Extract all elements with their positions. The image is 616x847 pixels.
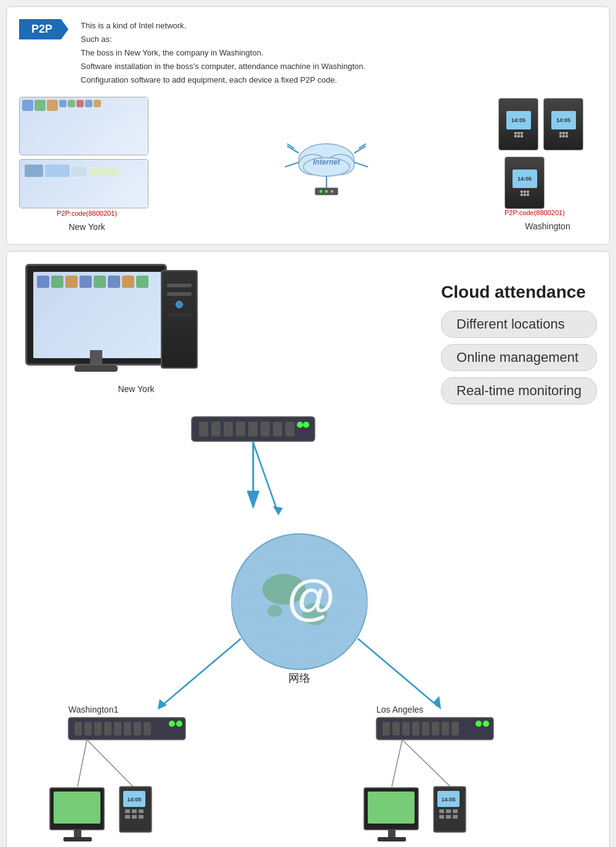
svg-rect-77 <box>442 722 449 735</box>
features-panel: Cloud attendance Different locations Onl… <box>441 264 597 404</box>
svg-line-55 <box>87 740 133 787</box>
screen-bottom <box>19 159 148 208</box>
feature-badge-2: Online management <box>441 344 597 371</box>
device-1: 14:05 <box>498 98 538 150</box>
k10 <box>559 135 562 137</box>
svg-rect-15 <box>199 422 208 436</box>
si3 <box>71 167 87 176</box>
svg-rect-20 <box>261 422 270 436</box>
network-diagram: @ 网络 Washington1 <box>19 404 597 847</box>
svg-rect-18 <box>236 422 245 436</box>
m6 <box>108 276 120 288</box>
k2 <box>517 132 520 134</box>
svg-rect-74 <box>412 722 419 735</box>
k13 <box>521 190 523 193</box>
svg-rect-67 <box>132 815 137 819</box>
svg-rect-92 <box>453 809 458 813</box>
svg-rect-58 <box>74 830 81 838</box>
m2 <box>51 276 63 288</box>
p2p-code-right: P2P:code(8800201) <box>505 209 565 216</box>
svg-rect-68 <box>139 815 144 819</box>
tower-drive-1 <box>167 284 192 287</box>
icon6 <box>76 100 84 107</box>
svg-line-6 <box>285 162 299 167</box>
svg-text:网络: 网络 <box>288 672 310 684</box>
svg-rect-84 <box>368 792 415 824</box>
svg-line-37 <box>253 443 278 512</box>
device-keypad-1 <box>514 132 523 137</box>
k1 <box>514 132 517 134</box>
k5 <box>517 135 520 137</box>
washington-label: Washington <box>525 221 570 231</box>
p2p-code-left: P2P:code(8800201) <box>19 210 155 217</box>
new-york-label: New York <box>68 222 105 232</box>
feature-badge-1: Different locations <box>441 311 597 338</box>
icon5 <box>68 100 75 107</box>
svg-line-8 <box>354 162 368 167</box>
svg-rect-91 <box>446 809 451 813</box>
svg-rect-65 <box>139 809 144 813</box>
svg-rect-76 <box>432 722 439 735</box>
monitor-stand <box>90 350 102 366</box>
svg-rect-51 <box>144 722 151 735</box>
screen-inner-top <box>20 97 148 155</box>
svg-rect-75 <box>422 722 429 735</box>
svg-rect-90 <box>439 809 444 813</box>
screen-inner-bottom <box>20 160 148 208</box>
device-screen-2: 14:05 <box>551 111 576 129</box>
computer-visual <box>25 264 210 384</box>
bottom-screen-wrapper: P2P:code(8800201) <box>19 159 155 217</box>
svg-point-24 <box>303 422 309 428</box>
svg-rect-93 <box>439 815 444 819</box>
svg-line-81 <box>392 740 402 787</box>
cloud-attendance-section: New York Cloud attendance Different loca… <box>6 251 610 847</box>
icon2 <box>34 100 46 111</box>
m3 <box>65 276 78 288</box>
svg-rect-64 <box>132 809 137 813</box>
tower-power-btn <box>176 301 183 308</box>
m4 <box>79 276 92 288</box>
svg-line-54 <box>78 740 87 787</box>
svg-point-11 <box>320 190 323 193</box>
svg-rect-72 <box>392 722 400 735</box>
si2 <box>45 165 70 177</box>
svg-rect-71 <box>383 722 390 735</box>
k6 <box>521 135 523 137</box>
svg-marker-40 <box>158 699 167 710</box>
m5 <box>94 276 106 288</box>
p2p-header: P2P This is a kind of Intel network. Suc… <box>19 19 597 87</box>
computer-setup: New York <box>19 264 216 394</box>
svg-rect-78 <box>452 722 459 735</box>
svg-point-52 <box>169 721 175 727</box>
device-3: 14:05 <box>505 157 545 209</box>
svg-rect-57 <box>54 792 100 824</box>
si1 <box>25 165 43 177</box>
svg-rect-47 <box>104 722 111 735</box>
svg-rect-21 <box>273 422 282 436</box>
svg-rect-22 <box>285 422 294 436</box>
k3 <box>521 132 523 134</box>
svg-rect-63 <box>125 809 130 813</box>
k18 <box>527 194 529 196</box>
svg-point-13 <box>331 190 334 193</box>
svg-rect-94 <box>446 815 451 819</box>
tower-drive-3 <box>167 313 192 317</box>
device-screen-3: 14:05 <box>513 170 537 188</box>
k16 <box>521 194 523 196</box>
cloud-top: New York Cloud attendance Different loca… <box>19 264 597 404</box>
k4 <box>514 135 517 137</box>
svg-rect-66 <box>125 815 130 819</box>
desc-line-1: This is a kind of Intel network. <box>81 19 365 33</box>
p2p-description: This is a kind of Intel network. Such as… <box>81 19 365 87</box>
icon3 <box>47 100 58 111</box>
icon1 <box>22 100 33 111</box>
svg-rect-45 <box>84 722 92 735</box>
svg-line-41 <box>358 639 438 706</box>
tower-pc <box>161 270 198 369</box>
svg-point-12 <box>325 190 328 193</box>
svg-point-53 <box>176 721 182 727</box>
ny-location-label: New York <box>118 384 154 394</box>
p2p-badge: P2P <box>19 19 68 39</box>
right-area: 14:05 14:05 <box>498 98 597 231</box>
m1 <box>37 276 49 288</box>
